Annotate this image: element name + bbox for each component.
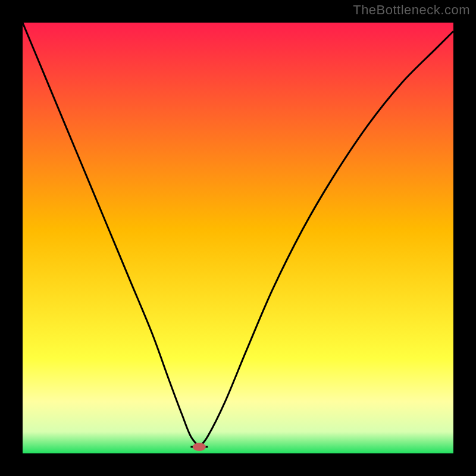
watermark-text: TheBottleneck.com [353,2,470,18]
optimal-point-marker [193,443,206,451]
bottleneck-chart [23,23,453,453]
plot-background [23,23,453,453]
